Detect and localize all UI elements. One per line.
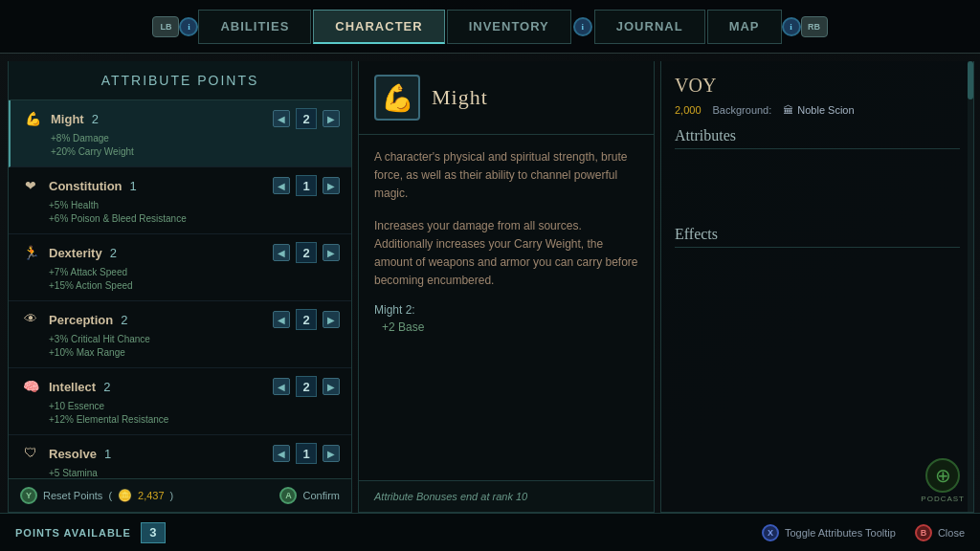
dexterity-increase-btn[interactable]: ▶	[323, 244, 340, 261]
tab-journal[interactable]: JOURNAL	[594, 10, 705, 44]
tab-character[interactable]: CHARACTER	[313, 10, 444, 44]
might-bonuses: +8% Damage +20% Carry Weight	[22, 132, 340, 159]
perception-level: 2	[121, 313, 127, 327]
constitution-decrease-btn[interactable]: ◀	[273, 177, 290, 194]
bottom-bar: POINTS AVAILABLE 3 X Toggle Attributes T…	[0, 513, 980, 551]
right-controller-btn: i	[782, 17, 801, 36]
char-info-row: 2,000 Background: 🏛 Noble Scion	[675, 104, 960, 116]
x-button-icon: X	[762, 524, 779, 541]
dexterity-bonus-1: +7% Attack Speed	[49, 266, 340, 279]
dexterity-icon: 🏃	[20, 242, 41, 263]
b-button-icon: B	[915, 524, 932, 541]
intellect-decrease-btn[interactable]: ◀	[273, 378, 290, 395]
attribute-item-dexterity[interactable]: 🏃 Dexterity 2 ◀ 2 ▶ +7% Attack Speed +15…	[9, 234, 351, 301]
background-value: 🏛 Noble Scion	[783, 104, 854, 116]
footer-note: Attribute Bonuses end at rank 10	[374, 491, 638, 502]
might-increase-btn[interactable]: ▶	[323, 110, 340, 127]
attribute-item-constitution[interactable]: ❤ Constitution 1 ◀ 1 ▶ +5% Health +6% Po…	[9, 167, 351, 234]
panel-header: Attribute Points	[9, 61, 351, 100]
attribute-item-intellect[interactable]: 🧠 Intellect 2 ◀ 2 ▶ +10 Essence +12% Ele…	[9, 368, 351, 435]
scrollbar-track[interactable]	[968, 61, 973, 512]
left-bumper[interactable]: LB	[152, 16, 179, 37]
detail-panel: 💪 Might A character's physical and spiri…	[358, 61, 655, 513]
points-label: POINTS AVAILABLE	[15, 527, 131, 539]
detail-current: Might 2: +2 Base	[374, 303, 638, 334]
scrollbar-thumb[interactable]	[968, 61, 973, 99]
background-icon: 🏛	[783, 104, 793, 116]
current-level-label: Might 2:	[374, 303, 638, 317]
attribute-item-might[interactable]: 💪 Might 2 ◀ 2 ▶ +8% Damage +20% Carry We…	[9, 100, 351, 167]
character-name: VOY	[675, 75, 960, 97]
perception-increase-btn[interactable]: ▶	[323, 311, 340, 328]
left-controller-btn: i	[179, 17, 198, 36]
coin-icon: 🪙	[118, 489, 132, 502]
nav-bar: LB i ABILITIES CHARACTER INVENTORY i JOU…	[0, 0, 980, 54]
right-bumper[interactable]: RB	[801, 16, 828, 37]
reset-points-button[interactable]: Y Reset Points ( 🪙 2,437 )	[20, 487, 173, 504]
tab-inventory[interactable]: INVENTORY	[447, 10, 571, 44]
bottom-controls: X Toggle Attributes Tooltip B Close	[762, 524, 965, 541]
dexterity-bonuses: +7% Attack Speed +15% Action Speed	[20, 266, 340, 293]
tab-map[interactable]: MAP	[707, 10, 782, 44]
mid-controller-btn: i	[573, 17, 592, 36]
might-decrease-btn[interactable]: ◀	[273, 110, 290, 127]
constitution-name: Constitution	[49, 179, 122, 193]
intellect-increase-btn[interactable]: ▶	[323, 378, 340, 395]
character-info-panel: VOY 2,000 Background: 🏛 Noble Scion Attr…	[660, 61, 974, 513]
main-content: Attribute Points 💪 Might 2 ◀ 2 ▶	[0, 54, 980, 513]
tab-abilities[interactable]: ABILITIES	[198, 10, 311, 44]
effects-section-title: Effects	[675, 226, 960, 248]
resolve-bonus-1: +5 Stamina	[49, 467, 340, 478]
constitution-bonus-1: +5% Health	[49, 199, 340, 212]
confirm-icon: A	[279, 487, 297, 504]
might-name: Might	[51, 112, 84, 126]
constitution-increase-btn[interactable]: ▶	[323, 177, 340, 194]
perception-name: Perception	[49, 313, 113, 327]
confirm-button[interactable]: A Confirm	[279, 487, 340, 504]
gold-amount: 2,437	[138, 490, 165, 501]
perception-bonuses: +3% Critical Hit Chance +10% Max Range	[20, 333, 340, 360]
resolve-bonuses: +5 Stamina +8% Second Wind Cooldown	[20, 467, 340, 478]
dexterity-value: 2	[296, 242, 317, 263]
detail-title: Might	[432, 85, 488, 110]
close-hint[interactable]: B Close	[915, 524, 965, 541]
intellect-value: 2	[296, 376, 317, 397]
resolve-increase-btn[interactable]: ▶	[323, 445, 340, 462]
might-icon: 💪	[22, 108, 43, 129]
attribute-item-resolve[interactable]: 🛡 Resolve 1 ◀ 1 ▶ +5 Stamina +8% Second …	[9, 435, 351, 478]
attribute-points-panel: Attribute Points 💪 Might 2 ◀ 2 ▶	[8, 61, 352, 513]
current-bonus: +2 Base	[374, 320, 638, 334]
gold-paren-open: (	[108, 490, 112, 501]
dexterity-decrease-btn[interactable]: ◀	[273, 244, 290, 261]
constitution-bonuses: +5% Health +6% Poison & Bleed Resistance	[20, 199, 340, 226]
constitution-icon: ❤	[20, 175, 41, 196]
reset-icon: Y	[20, 487, 37, 504]
toggle-tooltip-hint[interactable]: X Toggle Attributes Tooltip	[762, 524, 896, 541]
attributes-section-title: Attributes	[675, 127, 960, 149]
attributes-list: 💪 Might 2 ◀ 2 ▶ +8% Damage +20% Carry We…	[9, 100, 351, 478]
points-available: POINTS AVAILABLE 3	[15, 522, 166, 543]
gold-paren-close: )	[170, 490, 174, 501]
might-level: 2	[92, 112, 99, 126]
dexterity-bonus-2: +15% Action Speed	[49, 279, 340, 293]
xbox-logo-icon: ⊕	[925, 458, 960, 493]
reset-label: Reset Points	[43, 490, 102, 501]
intellect-bonuses: +10 Essence +12% Elemental Resistance	[20, 400, 340, 427]
dexterity-name: Dexterity	[49, 246, 102, 260]
toggle-tooltip-label: Toggle Attributes Tooltip	[785, 527, 896, 539]
resolve-decrease-btn[interactable]: ◀	[273, 445, 290, 462]
background-label: Background:	[713, 104, 772, 116]
perception-decrease-btn[interactable]: ◀	[273, 311, 290, 328]
detail-header: 💪 Might	[359, 61, 654, 135]
close-label: Close	[938, 527, 965, 539]
perception-icon: 👁	[20, 309, 41, 330]
constitution-value: 1	[296, 175, 317, 196]
intellect-name: Intellect	[49, 380, 96, 394]
attribute-item-perception[interactable]: 👁 Perception 2 ◀ 2 ▶ +3% Critical Hit Ch…	[9, 301, 351, 368]
intellect-icon: 🧠	[20, 376, 41, 397]
constitution-level: 1	[130, 179, 137, 193]
intellect-bonus-2: +12% Elemental Resistance	[49, 413, 340, 427]
perception-bonus-2: +10% Max Range	[49, 346, 340, 360]
xbox-logo-text: PODCAST	[921, 495, 965, 503]
nav-tabs: ABILITIES CHARACTER INVENTORY i JOURNAL …	[198, 10, 781, 44]
